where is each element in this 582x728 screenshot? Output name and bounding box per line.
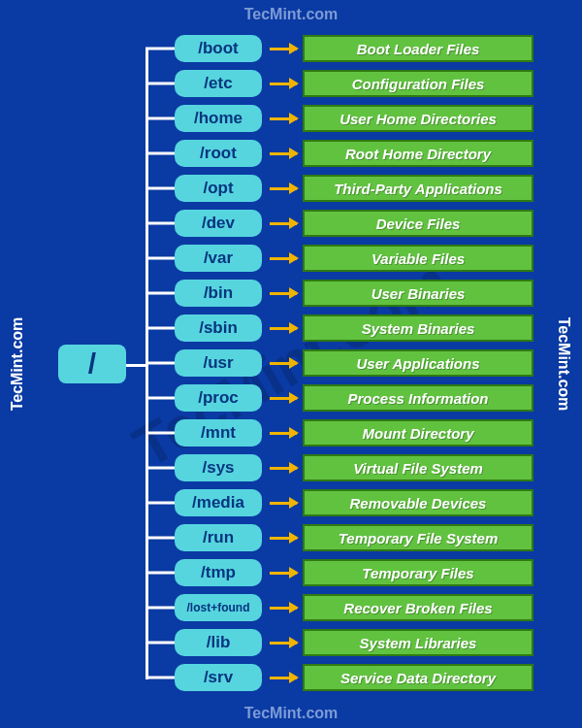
directory-description: System Libraries [303, 629, 534, 656]
tree-row: /procProcess Information [126, 381, 534, 415]
arrow-icon [270, 292, 297, 295]
directory-description: Recover Broken Files [303, 594, 534, 621]
arrow-icon [270, 572, 297, 575]
watermark-right: TecMint.com [556, 317, 573, 412]
arrow-icon [270, 222, 297, 225]
tree-branch [146, 432, 175, 435]
tree-row: /libSystem Libraries [126, 625, 534, 660]
tree-row: /mediaRemovable Devices [126, 485, 534, 520]
directory-description: System Binaries [303, 314, 534, 342]
directory-description: Process Information [303, 384, 534, 412]
directory-label: /opt [175, 175, 262, 202]
directory-label: /srv [175, 664, 262, 691]
directory-label: /var [175, 245, 262, 272]
directory-label: /proc [175, 384, 262, 412]
tree-branch [146, 222, 175, 225]
tree-branch [146, 537, 175, 540]
tree-branch [146, 502, 175, 505]
arrow-icon [270, 677, 297, 679]
arrow-icon [270, 397, 297, 400]
directory-label: /root [175, 140, 262, 167]
directory-description: Temporary Files [303, 559, 534, 586]
directory-label: /sbin [175, 314, 262, 342]
directory-label: /etc [175, 70, 262, 97]
directory-label: /home [175, 105, 262, 132]
arrow-icon [270, 187, 297, 190]
directory-label: /mnt [175, 419, 262, 447]
tree-row: /varVariable Files [126, 241, 534, 276]
tree-branch [146, 397, 175, 400]
tree-branch [146, 117, 175, 120]
tree-branch [146, 572, 175, 575]
directory-label: /run [175, 524, 262, 551]
tree-branch [146, 467, 175, 470]
directory-label: /usr [175, 349, 262, 377]
directory-description: Removable Devices [303, 489, 534, 516]
tree-row: /etcConfiguration Files [126, 66, 534, 101]
tree-row: /runTemporary File System [126, 520, 534, 555]
directory-description: Configuration Files [303, 70, 534, 97]
arrow-icon [270, 607, 297, 610]
directory-description: User Home Directories [303, 105, 534, 132]
directory-label: /sys [175, 454, 262, 481]
tree-row: /devDevice Files [126, 206, 534, 241]
arrow-icon [270, 83, 297, 85]
directory-description: Third-Party Applications [303, 175, 534, 202]
tree-row: /sysVirtual File System [126, 450, 534, 485]
tree-row: /optThird-Party Applications [126, 171, 534, 206]
tree-rows: /bootBoot Loader Files/etcConfiguration … [126, 31, 534, 695]
arrow-icon [270, 537, 297, 540]
arrow-icon [270, 152, 297, 155]
tree-branch [146, 187, 175, 190]
tree-row: /sbinSystem Binaries [126, 311, 534, 346]
directory-description: Root Home Directory [303, 140, 534, 167]
directory-description: Device Files [303, 210, 534, 237]
arrow-icon [270, 362, 297, 365]
arrow-icon [270, 48, 297, 50]
tree-row: /lost+foundRecover Broken Files [126, 590, 534, 625]
tree-branch [146, 327, 175, 330]
directory-label: /boot [175, 35, 262, 62]
tree-row: /bootBoot Loader Files [126, 31, 534, 66]
arrow-icon [270, 432, 297, 435]
tree-row: /srvService Data Directory [126, 660, 534, 695]
directory-label: /bin [175, 280, 262, 307]
directory-label: /lib [175, 629, 262, 656]
arrow-icon [270, 502, 297, 505]
directory-tree: /bootBoot Loader Files/etcConfiguration … [126, 31, 534, 697]
arrow-icon [270, 257, 297, 260]
directory-description: Temporary File System [303, 524, 534, 551]
tree-branch [146, 677, 175, 679]
tree-branch [146, 257, 175, 260]
tree-branch [146, 642, 175, 645]
tree-row: /tmpTemporary Files [126, 555, 534, 590]
tree-branch [146, 292, 175, 295]
root-directory: / [58, 345, 126, 383]
directory-description: Virtual File System [303, 454, 534, 481]
tree-row: /usrUser Applications [126, 346, 534, 381]
directory-description: Boot Loader Files [303, 35, 534, 62]
tree-row: /mntMount Directory [126, 415, 534, 450]
arrow-icon [270, 117, 297, 120]
directory-label: /media [175, 489, 262, 516]
tree-branch [146, 362, 175, 365]
arrow-icon [270, 642, 297, 645]
tree-branch [146, 48, 175, 50]
directory-description: Mount Directory [303, 419, 534, 447]
tree-branch [146, 152, 175, 155]
watermark-top: TecMint.com [0, 6, 582, 23]
directory-description: User Binaries [303, 280, 534, 307]
watermark-left: TecMint.com [9, 317, 26, 412]
tree-branch [146, 83, 175, 85]
tree-branch [146, 607, 175, 610]
watermark-bottom: TecMint.com [0, 705, 582, 722]
arrow-icon [270, 467, 297, 470]
directory-description: User Applications [303, 349, 534, 377]
arrow-icon [270, 327, 297, 330]
directory-label: /tmp [175, 559, 262, 586]
tree-row: /homeUser Home Directories [126, 101, 534, 136]
directory-label: /dev [175, 210, 262, 237]
directory-label: /lost+found [175, 594, 262, 621]
directory-description: Service Data Directory [303, 664, 534, 691]
directory-description: Variable Files [303, 245, 534, 272]
